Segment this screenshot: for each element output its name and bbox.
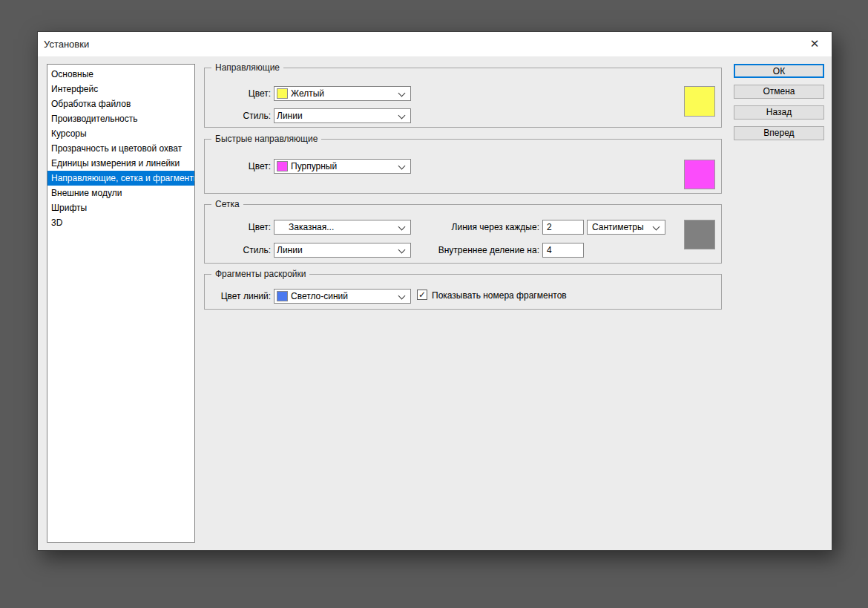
prev-button[interactable]: Назад <box>734 105 824 120</box>
sidebar-item-file-handling[interactable]: Обработка файлов <box>47 97 194 111</box>
yellow-color-chip <box>277 88 288 99</box>
preferences-category-list: Основные Интерфейс Обработка файлов Прои… <box>47 64 195 543</box>
grid-color-value: Заказная... <box>289 222 334 232</box>
magenta-color-chip <box>277 161 288 171</box>
show-slice-numbers-label[interactable]: Показывать номера фрагментов <box>432 290 567 301</box>
checkmark-icon: ✓ <box>418 290 426 300</box>
sidebar-item-performance[interactable]: Производительность <box>47 111 194 126</box>
sidebar-item-guides-grid-slices[interactable]: Направляющие, сетка и фрагменты <box>47 171 194 186</box>
guides-group-legend: Направляющие <box>211 62 283 73</box>
slices-line-color-label: Цвет линий: <box>205 291 271 301</box>
preferences-dialog: Установки ✕ Основные Интерфейс Обработка… <box>37 31 832 551</box>
guides-color-select[interactable]: Желтый <box>274 86 411 101</box>
grid-style-label: Стиль: <box>205 245 271 255</box>
sidebar-item-units-rulers[interactable]: Единицы измерения и линейки <box>47 156 194 171</box>
guides-group: Направляющие Цвет: Желтый Стиль: Линии <box>204 68 722 128</box>
grid-unit-select[interactable]: Сантиметры <box>587 220 665 235</box>
chevron-down-icon <box>653 223 660 231</box>
window-title: Установки <box>44 39 89 50</box>
sidebar-item-interface[interactable]: Интерфейс <box>47 82 194 97</box>
guides-color-swatch <box>684 86 715 117</box>
grid-unit-value: Сантиметры <box>592 222 644 232</box>
sidebar-item-general[interactable]: Основные <box>47 67 194 82</box>
guides-style-value: Линии <box>277 111 303 121</box>
grid-color-label: Цвет: <box>205 222 271 232</box>
desktop-background: Установки ✕ Основные Интерфейс Обработка… <box>0 0 868 608</box>
chevron-down-icon <box>398 90 406 97</box>
guides-style-label: Стиль: <box>205 111 271 121</box>
show-slice-numbers-checkbox[interactable]: ✓ <box>417 290 427 300</box>
slices-line-color-value: Светло-синий <box>291 291 348 301</box>
grid-group-legend: Сетка <box>211 199 243 210</box>
smart-guides-group-legend: Быстрые направляющие <box>211 134 321 145</box>
slices-group: Фрагменты раскройки Цвет линий: Светло-с… <box>204 274 722 310</box>
smart-guides-group: Быстрые направляющие Цвет: Пурпурный <box>204 139 722 194</box>
ok-button[interactable]: ОК <box>734 64 824 78</box>
sidebar-item-transparency-gamut[interactable]: Прозрачность и цветовой охват <box>47 141 194 156</box>
smart-guides-color-swatch <box>684 160 715 189</box>
grid-subdivision-label: Внутреннее деление на: <box>383 245 539 255</box>
smart-guides-color-label: Цвет: <box>205 161 271 171</box>
grid-style-value: Линии <box>277 245 303 255</box>
chevron-down-icon <box>398 292 406 300</box>
guides-color-label: Цвет: <box>205 88 271 99</box>
titlebar[interactable]: Установки ✕ <box>38 32 832 56</box>
guides-color-value: Желтый <box>291 88 324 99</box>
sidebar-item-type[interactable]: Шрифты <box>47 200 194 215</box>
grid-subdivision-input[interactable]: 4 <box>542 243 584 258</box>
sidebar-item-plugins[interactable]: Внешние модули <box>47 186 194 200</box>
sidebar-item-cursors[interactable]: Курсоры <box>47 126 194 141</box>
grid-color-swatch <box>684 220 715 249</box>
light-blue-color-chip <box>277 291 288 301</box>
smart-guides-color-select[interactable]: Пурпурный <box>274 159 411 174</box>
close-icon[interactable]: ✕ <box>808 37 821 50</box>
chevron-down-icon <box>398 112 406 120</box>
slices-line-color-select[interactable]: Светло-синий <box>274 289 411 304</box>
grid-line-every-input[interactable]: 2 <box>542 220 584 235</box>
guides-style-select[interactable]: Линии <box>274 108 411 123</box>
next-button[interactable]: Вперед <box>734 126 824 140</box>
chevron-down-icon <box>398 163 406 170</box>
slices-group-legend: Фрагменты раскройки <box>211 269 309 280</box>
cancel-button[interactable]: Отмена <box>734 85 824 99</box>
grid-group: Сетка Цвет: Заказная... Стиль: Линии Лин… <box>204 204 722 264</box>
grid-line-every-label: Линия через каждые: <box>383 222 539 232</box>
smart-guides-color-value: Пурпурный <box>291 161 337 171</box>
sidebar-item-3d[interactable]: 3D <box>47 215 194 230</box>
